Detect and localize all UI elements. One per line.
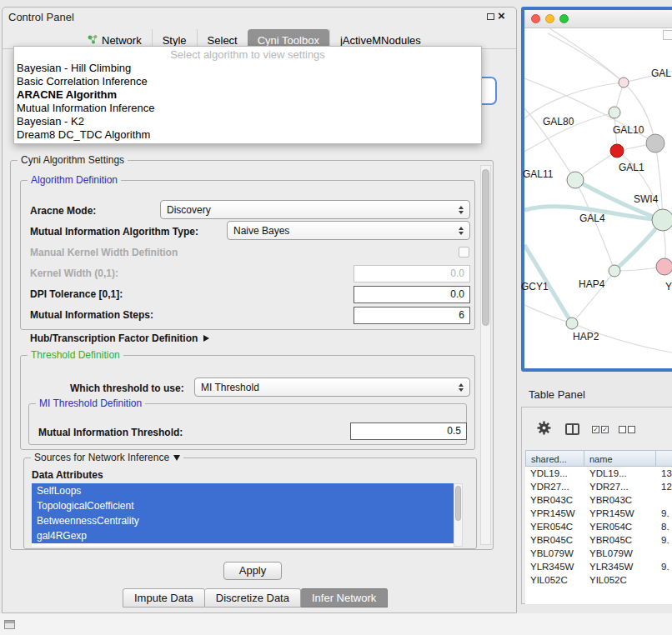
table-settings-button[interactable]	[537, 421, 551, 438]
close-traffic-light[interactable]	[531, 14, 540, 23]
hub-definition-label: Hub/Transcription Factor Definition	[30, 332, 198, 344]
restore-panel-icon[interactable]	[4, 620, 15, 629]
table-cell: YBL079W	[584, 547, 656, 560]
screen: Control Panel × Network Style Select Cyn…	[0, 0, 672, 635]
network-canvas[interactable]	[524, 28, 672, 368]
aracne-mode-select[interactable]: Discovery	[160, 200, 470, 219]
checked-box-icon: ✓	[592, 426, 599, 433]
cyni-settings-group-title: Cyni Algorithm Settings	[18, 154, 128, 166]
table-cell: YDR27...	[584, 480, 656, 493]
table-row[interactable]: YDL19...YDL19...13	[525, 467, 672, 480]
zoom-traffic-light[interactable]	[559, 14, 569, 23]
mi-threshold-input[interactable]: 0.5	[350, 422, 467, 440]
table-cell: YDR27...	[525, 480, 584, 493]
algorithm-menu-item[interactable]: Bayesian - Hill Climbing	[14, 62, 481, 75]
apply-button[interactable]: Apply	[223, 562, 282, 580]
table-row[interactable]: YDR27...YDR27...12	[525, 480, 672, 493]
mi-type-value: Naive Bayes	[233, 225, 289, 237]
table-row[interactable]: YIL052CYIL052C	[525, 573, 672, 587]
checked-box-icon: ✓	[601, 426, 609, 433]
unchecked-box-icon	[628, 426, 635, 433]
attribute-list-item[interactable]: BetweennessCentrality	[32, 513, 454, 528]
network-node[interactable]	[610, 144, 624, 158]
network-edge	[524, 245, 572, 323]
table-row[interactable]: YBR045CYBR045C9.	[525, 533, 672, 547]
network-node[interactable]	[609, 107, 620, 118]
which-threshold-label: Which threshold to use:	[70, 382, 184, 394]
algorithm-dropdown-popup: Select algorithm to view settings Bayesi…	[13, 46, 482, 144]
columns-icon	[565, 423, 579, 435]
table-row[interactable]: YPR145WYPR145W9.	[525, 507, 672, 520]
mi-type-select[interactable]: Naive Bayes	[227, 221, 470, 240]
mi-threshold-label: Mutual Information Threshold:	[38, 427, 183, 438]
algorithm-menu-item[interactable]: Basic Correlation Inference	[14, 75, 481, 88]
network-node[interactable]	[656, 258, 672, 275]
kernel-width-input[interactable]: 0.0	[354, 265, 470, 282]
table-cell	[656, 573, 672, 587]
table-cell: YIL052C	[525, 573, 584, 587]
settings-scrollbar-thumb[interactable]	[482, 169, 489, 326]
column-header[interactable]: shared...	[525, 450, 584, 467]
table-cell: YIL052C	[584, 573, 656, 587]
unselect-all-button[interactable]	[619, 426, 635, 433]
column-header[interactable]: name	[584, 450, 656, 467]
table-cell: YDL19...	[525, 467, 584, 480]
attribute-list-item[interactable]: TopologicalCoefficient	[32, 498, 454, 513]
tab-infer-network[interactable]: Infer Network	[301, 588, 388, 608]
algorithm-menu-item[interactable]: Mutual Information Inference	[14, 102, 481, 115]
algorithm-menu-item[interactable]: Bayesian - K2	[14, 115, 481, 128]
manual-kernel-width-checkbox[interactable]	[459, 247, 469, 258]
bottom-strip	[0, 613, 672, 635]
table-row[interactable]: YER054CYER054C8.	[525, 520, 672, 533]
attributes-scrollbar-thumb[interactable]	[455, 486, 461, 521]
network-corner-box	[663, 30, 672, 40]
table-row[interactable]: YLR345WYLR345W9.	[525, 560, 672, 573]
table-cell: YLR345W	[584, 560, 656, 573]
table-row[interactable]: YBL079WYBL079W	[525, 547, 672, 560]
network-node[interactable]	[609, 265, 620, 277]
node-table: shared... name YDL19...YDL19...13YDR27..…	[525, 450, 672, 604]
which-threshold-select[interactable]: MI Threshold	[194, 378, 470, 397]
algorithm-menu-item[interactable]: Dream8 DC_TDC Algorithm	[14, 128, 481, 142]
table-cell: YBR045C	[584, 533, 656, 547]
table-cell: YPR145W	[525, 507, 584, 520]
algorithm-menu-items: Bayesian - Hill ClimbingBasic Correlatio…	[14, 62, 481, 142]
gear-icon	[537, 421, 551, 438]
minimize-traffic-light[interactable]	[545, 14, 554, 23]
select-all-button[interactable]: ✓ ✓	[592, 426, 609, 433]
data-attributes-list[interactable]: SelfLoopsTopologicalCoefficientBetweenne…	[32, 483, 463, 547]
table-cell: 13	[656, 467, 672, 480]
network-edge	[572, 323, 672, 355]
float-window-icon[interactable]	[487, 13, 494, 20]
tab-discretize-data[interactable]: Discretize Data	[205, 588, 301, 608]
network-window-titlebar	[524, 10, 672, 28]
table-row[interactable]: YBR043CYBR043C	[525, 493, 672, 507]
table-cell: YDL19...	[584, 467, 656, 480]
attribute-list-item[interactable]: gal4RGexp	[32, 528, 454, 543]
table-cell	[656, 547, 672, 560]
hub-definition-toggle[interactable]: Hub/Transcription Factor Definition	[30, 332, 209, 344]
algorithm-menu-item[interactable]: ARACNE Algorithm	[14, 88, 481, 102]
network-node[interactable]	[619, 78, 629, 88]
tab-impute-data[interactable]: Impute Data	[123, 588, 205, 608]
network-edge	[548, 33, 624, 82]
dpi-tolerance-input[interactable]: 0.0	[354, 286, 470, 303]
network-node[interactable]	[567, 172, 584, 188]
mi-steps-input[interactable]: 6	[354, 307, 470, 324]
mi-type-label: Mutual Information Algorithm Type:	[30, 226, 198, 238]
network-node[interactable]	[652, 209, 672, 231]
settings-scrollbar[interactable]	[480, 165, 491, 545]
attributes-scrollbar[interactable]	[454, 483, 463, 547]
close-icon[interactable]: ×	[498, 9, 505, 22]
network-edge	[624, 68, 672, 82]
show-columns-button[interactable]	[565, 423, 579, 435]
algorithm-definition-title: Algorithm Definition	[28, 174, 121, 186]
algorithm-placeholder: Select algorithm to view settings	[14, 48, 481, 62]
table-cell: YLR345W	[525, 560, 584, 573]
table-cell: YBL079W	[525, 547, 584, 560]
network-node[interactable]	[566, 318, 578, 329]
network-node[interactable]	[646, 134, 664, 152]
attribute-list-item[interactable]: SelfLoops	[32, 483, 454, 498]
column-header[interactable]	[656, 450, 672, 467]
sources-group-title[interactable]: Sources for Network Inference	[31, 452, 183, 463]
